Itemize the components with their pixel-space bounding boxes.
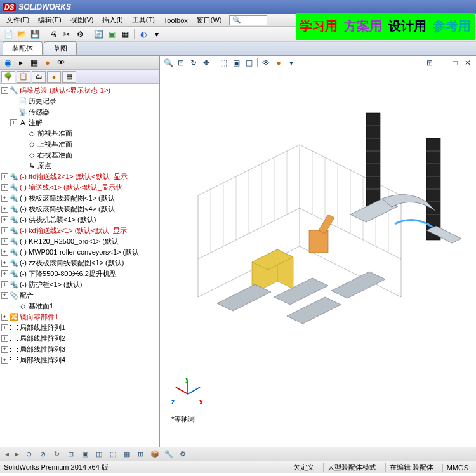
motion-icon[interactable]: 📦 xyxy=(150,449,160,459)
open-icon[interactable]: 📂 xyxy=(16,29,27,40)
menu-edit[interactable]: 编辑(E) xyxy=(34,14,65,26)
tool2-icon[interactable]: ▦ xyxy=(119,29,131,40)
tree-node[interactable]: ↳原点 xyxy=(0,161,159,171)
motion-icon[interactable]: 🔧 xyxy=(164,449,174,459)
tree-node[interactable]: +🔩(-) 供栈机总装<1> (默认) xyxy=(0,215,159,225)
tree-node[interactable]: +⋮⋮局部线性阵列1 xyxy=(0,322,159,333)
tree-node[interactable]: +🔩(-) KR120_R2500_pro<1> (默认 xyxy=(0,236,159,247)
motion-icon[interactable]: ⊙ xyxy=(24,449,34,459)
config-tab-icon[interactable]: 🗂 xyxy=(32,71,46,83)
tool-icon[interactable]: ▣ xyxy=(106,29,117,40)
motion-icon[interactable]: ▣ xyxy=(80,449,90,459)
expand-icon[interactable]: + xyxy=(1,281,8,288)
tree-node[interactable]: +A注解 xyxy=(0,117,159,128)
motion-icon[interactable]: ▦ xyxy=(122,449,132,459)
prev-arrow-icon[interactable]: ◄ xyxy=(4,451,10,458)
tree-node[interactable]: +🔩(-) ttd输送线2<1> (默认<默认_显示 xyxy=(0,171,159,182)
expand-icon[interactable]: + xyxy=(1,206,8,213)
tree-node[interactable]: +🔩(-) 栈板滚筒线装配图<4> (默认 xyxy=(0,204,159,215)
menu-toolbox[interactable]: Toolbox xyxy=(160,15,192,25)
tree-node[interactable]: +⋮⋮局部线性阵列3 xyxy=(0,344,159,355)
tree-node[interactable]: +⋮⋮局部线性阵列2 xyxy=(0,333,159,344)
menu-insert[interactable]: 插入(I) xyxy=(98,14,126,26)
motion-icon[interactable]: ◫ xyxy=(94,449,104,459)
grid-icon[interactable]: ▦ xyxy=(28,57,41,69)
save-icon[interactable]: 💾 xyxy=(29,29,41,40)
expand-icon[interactable]: + xyxy=(1,260,8,267)
node-icon: 🔩 xyxy=(10,204,18,215)
tree-node[interactable]: +🔩(-) 防护栏<1> (默认) xyxy=(0,279,159,290)
orientation-triad[interactable]: y x z xyxy=(171,378,203,410)
tree-node[interactable]: ◇基准面1 xyxy=(0,301,159,312)
motion-toolbar: ◄ ► ⊙ ⊘ ↻ ⊡ ▣ ◫ ⬚ ▦ ⊞ 📦 🔧 ⚙ xyxy=(0,447,476,461)
expand-icon[interactable]: - xyxy=(1,87,8,94)
tree-node[interactable]: 📄历史记录 xyxy=(0,96,159,107)
next-arrow-icon[interactable]: ► xyxy=(14,451,20,458)
menu-window[interactable]: 窗口(W) xyxy=(193,14,226,26)
filter-icon[interactable]: ◉ xyxy=(1,57,14,69)
tool4-icon[interactable]: ▾ xyxy=(151,29,162,40)
tree-node[interactable]: +⋮⋮局部线性阵列4 xyxy=(0,355,159,366)
tree-node[interactable]: ◇前视基准面 xyxy=(0,128,159,139)
print-icon[interactable]: 🖨 xyxy=(48,29,59,40)
arrow-icon[interactable]: ▸ xyxy=(15,57,27,69)
new-icon[interactable]: 📄 xyxy=(3,29,14,40)
extra-tab-icon[interactable]: ▤ xyxy=(62,71,76,83)
model-canvas[interactable]: y x z *等轴测 xyxy=(160,56,476,447)
feature-tree[interactable]: -🔧码垛总装 (默认<显示状态-1>)📄历史记录📡传感器+A注解◇前视基准面◇上… xyxy=(0,84,159,447)
options-icon[interactable]: ⚙ xyxy=(74,29,86,40)
menu-search[interactable]: 🔍 xyxy=(229,15,267,25)
expand-icon[interactable]: + xyxy=(1,238,8,245)
tree-node[interactable]: +🔩(-) 下降5500-800米6.2提升机型 xyxy=(0,268,159,279)
sphere-icon[interactable]: ● xyxy=(41,57,54,69)
expand-icon[interactable]: + xyxy=(1,195,8,202)
status-define: 欠定义 xyxy=(289,463,318,472)
node-label: 局部线性阵列2 xyxy=(20,333,65,344)
menu-file[interactable]: 文件(F) xyxy=(3,14,33,26)
feature-tree-tab-icon[interactable]: 🌳 xyxy=(1,71,15,83)
tree-node[interactable]: +📎配合 xyxy=(0,290,159,301)
node-label: (-) zz栈板滚筒线装配图<1> (默认) xyxy=(20,258,124,268)
menu-view[interactable]: 视图(V) xyxy=(67,14,98,26)
tree-node[interactable]: ◇右视基准面 xyxy=(0,150,159,161)
display-tab-icon[interactable]: ● xyxy=(47,71,61,83)
watermark-1: 学习用 xyxy=(300,18,338,35)
menu-tools[interactable]: 工具(T) xyxy=(128,14,159,26)
motion-icon[interactable]: ⊞ xyxy=(136,449,146,459)
tree-node[interactable]: +🔩(-) 栈板滚筒线装配图<1> (默认 xyxy=(0,193,159,204)
motion-icon[interactable]: ⊡ xyxy=(66,449,76,459)
motion-icon[interactable]: ⬚ xyxy=(108,449,118,459)
motion-icon[interactable]: ⚙ xyxy=(178,449,188,459)
cut-icon[interactable]: ✂ xyxy=(61,29,72,40)
expand-icon[interactable]: + xyxy=(1,249,8,256)
eye-icon[interactable]: 👁 xyxy=(55,57,67,69)
expand-icon[interactable]: + xyxy=(1,227,8,234)
graphics-viewport[interactable]: 🔍 ⊡ ↻ ✥ ⬚ ▣ ◫ 👁 ● ▾ ⊞ ─ □ ✕ xyxy=(160,56,476,447)
tree-node[interactable]: +🔩(-) kd输送线2<1> (默认<默认_显示 xyxy=(0,225,159,236)
tree-node[interactable]: 📡传感器 xyxy=(0,107,159,117)
tree-node[interactable]: ◇上视基准面 xyxy=(0,139,159,150)
tree-node[interactable]: +🔩(-) zz栈板滚筒线装配图<1> (默认) xyxy=(0,258,159,268)
tool3-icon[interactable]: ◐ xyxy=(138,29,149,40)
expand-icon[interactable]: + xyxy=(1,184,8,191)
expand-icon[interactable]: + xyxy=(1,216,8,223)
tree-node[interactable]: +🔀镜向零部件1 xyxy=(0,312,159,322)
expand-icon[interactable]: + xyxy=(1,173,8,180)
expand-icon[interactable]: + xyxy=(10,119,17,126)
tab-sketch[interactable]: 草图 xyxy=(44,41,77,55)
expand-icon[interactable]: + xyxy=(1,314,8,321)
node-label: 原点 xyxy=(37,161,51,171)
x-axis-icon xyxy=(175,387,188,395)
tree-node[interactable]: +🔩(-) 输送线<1> (默认<默认_显示状 xyxy=(0,182,159,193)
expand-icon[interactable]: + xyxy=(1,270,8,277)
property-tab-icon[interactable]: 📋 xyxy=(17,71,30,83)
node-label: (-) 供栈机总装<1> (默认) xyxy=(20,215,96,225)
expand-icon[interactable]: + xyxy=(1,292,8,299)
rebuild-icon[interactable]: 🔄 xyxy=(93,29,104,40)
tree-node[interactable]: -🔧码垛总装 (默认<显示状态-1>) xyxy=(0,85,159,96)
motion-icon[interactable]: ⊘ xyxy=(38,449,48,459)
tab-assembly[interactable]: 装配体 xyxy=(3,41,43,55)
motion-icon[interactable]: ↻ xyxy=(52,449,62,459)
tree-node[interactable]: +🔩(-) MWP001-roller conveyors<1> (默认 xyxy=(0,247,159,258)
node-icon: ◇ xyxy=(27,128,36,139)
